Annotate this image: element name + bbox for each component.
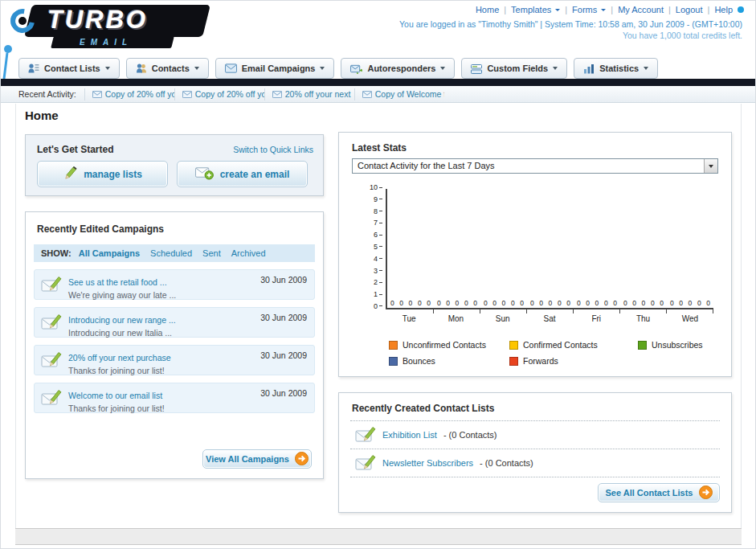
bar-value-label: 0 — [539, 299, 543, 307]
bar-value-label: 0 — [558, 299, 562, 307]
bar-value-label: 0 — [632, 299, 636, 307]
header-link-templates[interactable]: Templates — [511, 5, 560, 14]
contact-list-items: Exhibition List- (0 Contacts)Newsletter … — [350, 420, 720, 477]
y-axis-tick-label: 8 — [374, 208, 382, 215]
campaign-title-link[interactable]: 20% off your next purchase — [68, 353, 171, 363]
header-link-home[interactable]: Home — [476, 5, 499, 14]
nav-tabs: Contact ListsContactsEmail CampaignsAuto… — [1, 55, 755, 79]
tab-statistics[interactable]: Statistics — [574, 58, 658, 79]
campaign-subtitle: Thanks for joining our list! — [68, 404, 308, 413]
tab-label: Statistics — [599, 64, 639, 73]
envelope-icon — [362, 91, 372, 98]
decorative-dot-icon — [4, 45, 12, 53]
legend-item: Unconfirmed Contacts — [389, 340, 509, 350]
chevron-down-icon — [105, 67, 110, 70]
envelope-icon — [182, 91, 192, 98]
chart-legend: Unconfirmed ContactsConfirmed ContactsUn… — [389, 340, 718, 366]
recent-activity-label: Recent Activity: — [18, 89, 76, 99]
bar-value-label: 0 — [530, 299, 534, 307]
select-dropdown-arrow — [704, 159, 717, 173]
stats-period-select[interactable]: Contact Activity for the Last 7 Days — [352, 158, 718, 174]
credits-info: You have 1,000 total credits left. — [623, 31, 742, 40]
chart-groups: 00000000000000000000000000000000000 — [387, 189, 713, 308]
bar-value-label: 0 — [604, 299, 608, 307]
campaign-title-link[interactable]: See us at the retail food ... — [68, 277, 167, 287]
recent-activity-item[interactable]: Copy of 20% off yo — [84, 88, 174, 100]
bar-value-label: 0 — [520, 299, 524, 307]
bar-value-label: 0 — [427, 299, 431, 307]
x-axis-label: Tue — [386, 314, 432, 323]
legend-swatch — [389, 357, 398, 366]
email-campaigns-icon — [225, 64, 237, 73]
campaign-row: Introducing our new range ...Introducing… — [34, 307, 315, 338]
chart-bar-group: 00000 — [434, 189, 480, 308]
chart-bar-group: 00000 — [620, 189, 667, 308]
chart-bar-group: 00000 — [574, 189, 620, 308]
filter-sent[interactable]: Sent — [202, 248, 221, 258]
view-all-campaigns-button[interactable]: View All Campaigns — [202, 449, 312, 469]
header-link-help[interactable]: Help — [714, 5, 733, 14]
legend-label: Bounces — [403, 356, 435, 366]
tab-contacts[interactable]: Contacts — [126, 58, 209, 79]
x-axis-label: Sat — [526, 314, 573, 323]
see-all-contact-lists-button[interactable]: See All Contact Lists — [598, 483, 720, 502]
bar-value-label: 0 — [390, 299, 394, 307]
header-link-logout[interactable]: Logout — [676, 5, 703, 14]
tab-email-campaigns[interactable]: Email Campaigns — [215, 58, 335, 79]
x-axis-label: Mon — [432, 314, 479, 323]
bar-value-label: 0 — [660, 299, 664, 307]
y-axis-tick-label: 2 — [374, 279, 382, 285]
recent-activity-item[interactable]: 20% off your next — [264, 88, 354, 100]
contact-list-link[interactable]: Newsletter Subscribers — [382, 458, 473, 468]
chart-bar-group: 00000 — [527, 189, 574, 308]
legend-swatch — [509, 341, 518, 350]
y-axis-tick-label: 6 — [374, 231, 382, 238]
contact-list-detail: - (0 Contacts) — [480, 458, 533, 468]
x-axis-label: Wed — [667, 314, 713, 323]
filter-archived[interactable]: Archived — [231, 248, 266, 258]
separator: | — [668, 5, 671, 14]
campaign-title-link[interactable]: Introducing our new range ... — [68, 315, 176, 325]
tab-autoresponders[interactable]: Autoresponders — [341, 58, 455, 79]
tab-label: Autoresponders — [367, 64, 435, 73]
bar-value-label: 0 — [549, 299, 553, 307]
legend-item: Forwards — [509, 356, 638, 366]
y-axis-tick-label: 1 — [374, 291, 382, 297]
list-edit-icon — [355, 426, 376, 444]
campaign-subtitle: Thanks for joining our list! — [68, 366, 308, 375]
filter-all-campaigns[interactable]: All Campaigns — [79, 248, 140, 258]
campaign-row: See us at the retail food ...We're givin… — [34, 269, 315, 300]
chart-x-labels: TueMonSunSatFriThuWed — [386, 314, 713, 323]
campaign-filters: All CampaignsScheduledSentArchived — [79, 248, 266, 258]
legend-swatch — [389, 341, 398, 350]
contacts-icon — [136, 63, 147, 74]
bar-value-label: 0 — [706, 299, 710, 307]
create-email-button[interactable]: create an email — [177, 161, 308, 187]
recent-activity-item[interactable]: Copy of 20% off yo — [174, 88, 264, 100]
header-link-my-account[interactable]: My Account — [618, 5, 664, 14]
chevron-down-icon — [440, 67, 445, 70]
app-logo[interactable]: TURBO EMAIL — [6, 2, 223, 52]
separator: | — [708, 5, 710, 14]
filter-scheduled[interactable]: Scheduled — [150, 248, 192, 258]
bar-value-label: 0 — [418, 299, 422, 307]
campaign-title-link[interactable]: Welcome to our email list — [68, 391, 162, 400]
recent-activity-item[interactable]: Copy of Welcome to — [354, 88, 444, 100]
contact-list-link[interactable]: Exhibition List — [382, 430, 437, 440]
campaign-row: 20% off your next purchaseThanks for joi… — [34, 345, 315, 375]
bar-value-label: 0 — [623, 299, 627, 307]
bar-value-label: 0 — [446, 299, 450, 307]
switch-to-quick-links-link[interactable]: Switch to Quick Links — [233, 145, 313, 154]
bar-value-label: 0 — [689, 299, 693, 307]
manage-lists-button[interactable]: manage lists — [37, 161, 168, 187]
tab-custom-fields[interactable]: Custom Fields — [461, 58, 567, 79]
header-link-forms[interactable]: Forms — [572, 5, 606, 14]
header: TURBO EMAIL Home|Templates|Forms|My Acco… — [1, 1, 755, 54]
bar-value-label: 0 — [511, 299, 515, 307]
separator: | — [504, 5, 506, 14]
bar-value-label: 0 — [566, 299, 570, 307]
chart-bar-group: 00000 — [387, 189, 434, 308]
header-links: Home|Templates|Forms|My Account|Logout|H… — [476, 5, 744, 14]
campaign-date: 30 Jun 2009 — [260, 350, 307, 360]
tab-contact-lists[interactable]: Contact Lists — [18, 58, 120, 79]
